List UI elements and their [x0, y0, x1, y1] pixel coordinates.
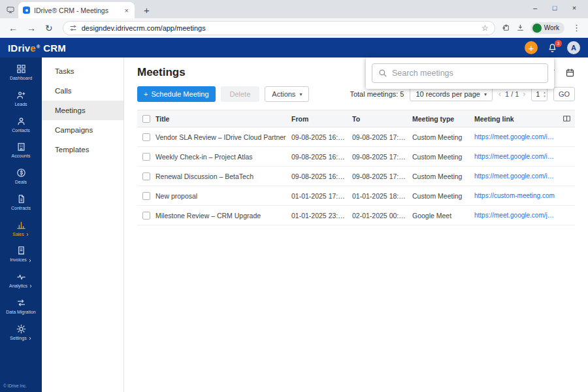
maximize-button[interactable]: □: [545, 0, 564, 16]
submenu: Tasks Calls Meetings Campaigns Templates: [42, 57, 124, 392]
col-header-type[interactable]: Meeting type: [412, 115, 474, 123]
sidebar-item-deals[interactable]: Deals: [0, 165, 42, 189]
table-row[interactable]: Renewal Discussion – BetaTech 09-08-2025…: [137, 167, 575, 186]
refresh-button[interactable]: ↻: [42, 23, 56, 33]
sidebar-item-leads[interactable]: Leads: [0, 87, 42, 111]
next-page-button[interactable]: ›: [523, 90, 525, 99]
row-checkbox[interactable]: [142, 153, 150, 161]
calendar-button[interactable]: [565, 68, 575, 78]
table-row[interactable]: New proposal 01-01-2025 17:00:00 01-01-2…: [137, 186, 575, 206]
data-migration-icon: [16, 298, 26, 308]
copyright-text: © IDrive Inc.: [0, 380, 42, 392]
meeting-link[interactable]: https://meet.google.com/ikq-vfj...: [474, 133, 561, 140]
page-number-input[interactable]: [532, 90, 544, 98]
browser-window: IDrive® CRM - Meetings × + – □ × ← → ↻ d…: [0, 0, 588, 392]
submenu-item-campaigns[interactable]: Campaigns: [42, 120, 123, 140]
notifications-button[interactable]: 3: [547, 43, 557, 53]
table-row[interactable]: Vendor SLA Review – IDrive Cloud Partner…: [137, 127, 575, 147]
search-input[interactable]: [372, 63, 548, 83]
col-header-to[interactable]: To: [352, 115, 412, 123]
download-button[interactable]: [516, 24, 525, 32]
gear-icon: [16, 324, 26, 334]
profile-button[interactable]: Work: [531, 22, 564, 34]
sidebar-item-contacts[interactable]: Contacts: [0, 113, 42, 137]
minimize-button[interactable]: –: [525, 0, 545, 16]
browser-toolbar: ← → ↻ designdev.idrivecrm.com/app/meetin…: [0, 18, 588, 38]
back-button[interactable]: ←: [5, 23, 21, 33]
sales-icon: [16, 220, 26, 230]
number-spinner[interactable]: ▴ ▾: [544, 91, 546, 98]
col-header-title[interactable]: Title: [155, 115, 291, 123]
go-button[interactable]: GO: [553, 87, 575, 101]
meeting-title: Renewal Discussion – BetaTech: [155, 172, 291, 180]
sidebar-item-sales[interactable]: Sales: [0, 217, 42, 241]
spinner-down-icon[interactable]: ▾: [544, 95, 546, 98]
meeting-to: 02-01-2025 00:00:00: [352, 212, 412, 220]
records-per-page-select[interactable]: 10 records per page ▾: [410, 87, 492, 101]
column-settings-button[interactable]: [563, 114, 571, 123]
page-title: Meetings: [137, 66, 186, 79]
col-header-link[interactable]: Meeting link: [474, 115, 561, 123]
browser-menu-button[interactable]: ⋮: [570, 23, 583, 33]
profile-avatar-icon: [532, 24, 542, 33]
submenu-item-templates[interactable]: Templates: [42, 140, 123, 159]
chevron-right-icon: [29, 284, 33, 288]
row-checkbox[interactable]: [142, 192, 150, 200]
tab-strip: IDrive® CRM - Meetings × + – □ ×: [0, 0, 588, 18]
submenu-item-meetings[interactable]: Meetings: [42, 101, 123, 120]
actions-button[interactable]: Actions ▾: [265, 86, 309, 102]
tab-close-icon[interactable]: ×: [123, 7, 130, 14]
select-all-checkbox[interactable]: [142, 115, 150, 123]
meeting-type: Custom Meeting: [412, 172, 474, 180]
spinner-up-icon[interactable]: ▴: [544, 91, 546, 94]
sidebar-item-data-migration[interactable]: Data Migration: [0, 295, 42, 319]
submenu-item-calls[interactable]: Calls: [42, 81, 123, 101]
quick-add-button[interactable]: +: [525, 41, 538, 54]
meeting-title: Weekly Check-in – Project Atlas: [155, 153, 291, 161]
meeting-link[interactable]: https://meet.google.com/jwe-k...: [474, 212, 561, 219]
search-panel: [366, 57, 554, 89]
user-avatar[interactable]: A: [567, 41, 580, 54]
contracts-icon: [16, 194, 26, 204]
sidebar-item-invoices[interactable]: Invoices: [0, 242, 42, 267]
browser-tab[interactable]: IDrive® CRM - Meetings ×: [18, 2, 135, 18]
extensions-button[interactable]: [502, 24, 510, 32]
meetings-table: Title From To Meeting type Meeting link …: [137, 110, 575, 225]
row-checkbox[interactable]: [142, 133, 150, 141]
sidebar-item-contracts[interactable]: Contracts: [0, 191, 42, 215]
prev-page-button[interactable]: ‹: [498, 90, 501, 99]
schedule-meeting-button[interactable]: + Schedule Meeting: [137, 86, 216, 102]
caret-down-icon: ▾: [299, 91, 302, 97]
delete-button[interactable]: Delete: [221, 86, 260, 102]
meeting-from: 01-01-2025 23:00:00: [291, 212, 352, 220]
chevron-right-icon: [25, 233, 29, 237]
table-header-row: Title From To Meeting type Meeting link: [137, 110, 575, 127]
meeting-to: 09-08-2025 17:30:00: [352, 153, 412, 161]
meeting-link[interactable]: https://custom-meeting.com: [474, 192, 561, 199]
address-bar[interactable]: designdev.idrivecrm.com/app/meetings ☆: [63, 21, 495, 35]
col-header-from[interactable]: From: [291, 115, 352, 123]
total-meetings: Total meetings: 5: [350, 90, 404, 98]
profile-label: Work: [544, 24, 559, 31]
submenu-item-tasks[interactable]: Tasks: [42, 61, 123, 81]
meeting-link[interactable]: https://meet.google.com/ikq-vfj...: [474, 153, 561, 160]
meeting-link[interactable]: https://meet.google.com/ikq-vfj...: [474, 172, 561, 180]
new-tab-button[interactable]: +: [140, 5, 154, 16]
sidebar: Dashboard Leads Contacts Accounts Deals …: [0, 57, 42, 392]
sidebar-item-analytics[interactable]: Analytics: [0, 269, 42, 293]
forward-button[interactable]: →: [24, 23, 39, 33]
sidebar-item-settings[interactable]: Settings: [0, 321, 42, 345]
sidebar-item-accounts[interactable]: Accounts: [0, 139, 42, 163]
chevron-right-icon: [28, 336, 32, 340]
sidebar-item-dashboard[interactable]: Dashboard: [0, 61, 42, 85]
site-info-icon[interactable]: [69, 24, 77, 32]
meeting-title: Milestone Review – CRM Upgrade: [155, 212, 291, 220]
table-row[interactable]: Milestone Review – CRM Upgrade 01-01-202…: [137, 206, 575, 225]
window-close-button[interactable]: ×: [564, 0, 584, 16]
bookmark-star-button[interactable]: ☆: [482, 24, 489, 33]
table-row[interactable]: Weekly Check-in – Project Atlas 09-08-20…: [137, 147, 575, 167]
meeting-type: Google Meet: [412, 212, 474, 220]
row-checkbox[interactable]: [142, 172, 150, 180]
row-checkbox[interactable]: [142, 212, 150, 220]
app-logo: IDrive®CRM: [8, 42, 66, 54]
